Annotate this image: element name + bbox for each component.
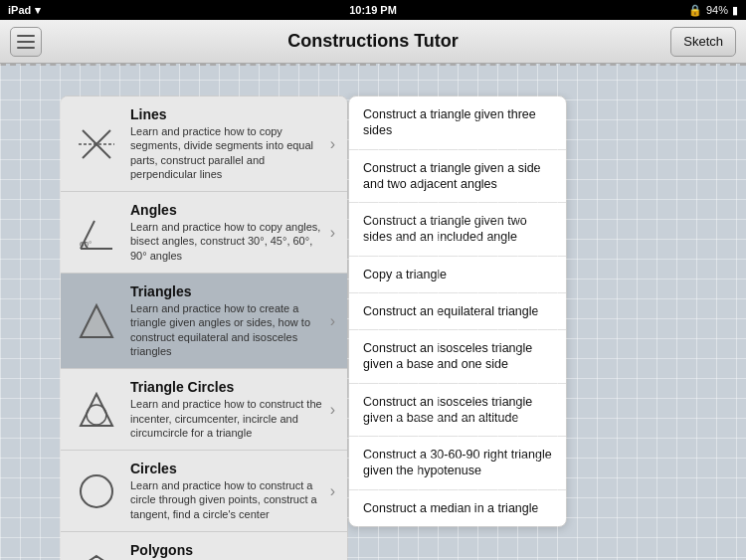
category-item-circles[interactable]: Circles Learn and practice how to constr… (61, 451, 347, 532)
submenu-item-8[interactable]: Construct a median in a triangle (349, 490, 566, 526)
svg-text:60°: 60° (80, 240, 92, 249)
submenu-item-2[interactable]: Construct a triangle given two sides and… (349, 203, 566, 257)
lines-chevron: › (330, 135, 335, 153)
angles-title: Angles (130, 202, 326, 218)
circles-chevron: › (330, 482, 335, 500)
category-item-lines[interactable]: Lines Learn and practice how to copy seg… (61, 96, 347, 192)
status-bar: iPad ▾ 10:19 PM 🔒 94% ▮ (0, 0, 746, 20)
triangles-icon (73, 297, 120, 345)
page-title: Constructions Tutor (287, 31, 459, 52)
triangle-circles-chevron: › (330, 401, 335, 419)
battery-icon: ▮ (732, 4, 738, 17)
triangle-circles-desc: Learn and practice how to construct the … (130, 397, 326, 440)
category-item-triangles[interactable]: Triangles Learn and practice how to crea… (61, 274, 347, 369)
submenu-item-3[interactable]: Copy a triangle (349, 257, 566, 293)
menu-button[interactable] (10, 27, 42, 57)
hamburger-line-3 (17, 47, 35, 49)
svg-marker-6 (81, 305, 112, 337)
submenu-item-5[interactable]: Construct an isosceles triangle given a … (349, 330, 566, 384)
circles-desc: Learn and practice how to construct a ci… (130, 478, 326, 521)
angles-text: Angles Learn and practice how to copy an… (130, 202, 326, 263)
main-content: Lines Learn and practice how to copy seg… (0, 66, 746, 560)
category-item-angles[interactable]: 60° Angles Learn and practice how to cop… (61, 192, 347, 274)
category-item-triangle-circles[interactable]: Triangle Circles Learn and practice how … (61, 369, 347, 451)
wifi-icon: ▾ (35, 4, 41, 17)
nav-bar: Constructions Tutor Sketch (0, 20, 746, 64)
lines-icon (73, 120, 120, 168)
triangles-text: Triangles Learn and practice how to crea… (130, 283, 326, 358)
angles-chevron: › (330, 224, 335, 242)
lines-text: Lines Learn and practice how to copy seg… (130, 106, 326, 181)
angles-desc: Learn and practice how to copy angles, b… (130, 220, 326, 263)
triangles-desc: Learn and practice how to create a trian… (130, 301, 326, 358)
status-bar-right: 🔒 94% ▮ (688, 4, 738, 17)
polygons-title: Polygons (130, 542, 326, 558)
submenu-item-1[interactable]: Construct a triangle given a side and tw… (349, 150, 566, 204)
sketch-button[interactable]: Sketch (670, 27, 736, 57)
polygons-text: Polygons Learn and practice how to build… (130, 542, 326, 560)
angles-icon: 60° (73, 209, 120, 257)
triangles-chevron: › (330, 312, 335, 330)
ipad-label: iPad (8, 4, 31, 16)
submenu-item-7[interactable]: Construct a 30-60-90 right triangle give… (349, 437, 566, 490)
triangle-circles-title: Triangle Circles (130, 379, 326, 395)
battery-percent: 94% (706, 4, 728, 16)
triangles-title: Triangles (130, 283, 326, 299)
submenu-item-0[interactable]: Construct a triangle given three sides (349, 96, 566, 150)
triangle-circles-icon (73, 386, 120, 434)
hamburger-line-2 (17, 41, 35, 43)
polygons-icon (73, 548, 120, 560)
status-bar-time: 10:19 PM (349, 4, 397, 16)
status-bar-left: iPad ▾ (8, 4, 41, 17)
svg-point-8 (87, 405, 106, 425)
submenu-item-4[interactable]: Construct an equilateral triangle (349, 293, 566, 330)
circles-title: Circles (130, 461, 326, 476)
submenu-item-6[interactable]: Construct an isosceles triangle given a … (349, 384, 566, 438)
hamburger-line-1 (17, 35, 35, 37)
lines-title: Lines (130, 106, 326, 122)
svg-marker-10 (85, 556, 108, 560)
category-item-polygons[interactable]: Polygons Learn and practice how to build… (61, 532, 347, 560)
svg-marker-7 (81, 394, 112, 426)
lock-icon: 🔒 (688, 4, 702, 17)
lines-desc: Learn and practice how to copy segments,… (130, 124, 326, 181)
svg-point-9 (81, 475, 112, 507)
circles-text: Circles Learn and practice how to constr… (130, 461, 326, 521)
circles-icon (73, 467, 120, 515)
triangle-circles-text: Triangle Circles Learn and practice how … (130, 379, 326, 440)
submenu-panel: Construct a triangle given three sides C… (348, 95, 567, 527)
categories-panel: Lines Learn and practice how to copy seg… (60, 95, 348, 560)
